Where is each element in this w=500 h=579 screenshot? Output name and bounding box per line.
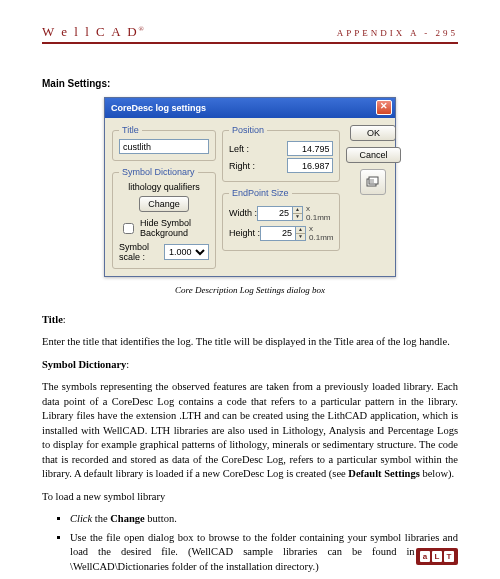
title-paragraph: Enter the title that identifies the log.… <box>42 335 458 349</box>
symdict-legend: Symbol Dictionary <box>119 167 198 177</box>
logo: W e l l C A D® <box>42 24 146 40</box>
title-legend: Title <box>119 125 142 135</box>
title-input[interactable] <box>119 139 209 154</box>
width-input[interactable] <box>257 206 293 221</box>
endpoint-legend: EndPoint Size <box>229 188 292 198</box>
dialog-figure: CoreDesc log settings ✕ Title Symbol Dic… <box>42 97 458 277</box>
load-intro: To load a new symbol library <box>42 490 458 504</box>
gear-icon <box>365 174 381 190</box>
lith-qualifiers-text: lithology qualifiers <box>119 181 209 196</box>
hide-background-checkbox[interactable] <box>123 223 134 234</box>
symdict-subheading: Symbol Dictionary: <box>42 358 458 372</box>
symdict-paragraph: The symbols representing the observed fe… <box>42 380 458 481</box>
endpoint-fieldset: EndPoint Size Width : ▲▼ x 0.1mm Height … <box>222 188 340 251</box>
figure-caption: Core Description Log Settings dialog box <box>42 285 458 295</box>
right-label: Right : <box>229 161 255 171</box>
ok-button[interactable]: OK <box>350 125 396 141</box>
height-input[interactable] <box>260 226 296 241</box>
height-unit: x 0.1mm <box>309 224 333 242</box>
right-input[interactable] <box>287 158 333 173</box>
hide-bg-row[interactable]: Hide Symbol Background <box>119 218 209 238</box>
cancel-button[interactable]: Cancel <box>346 147 400 163</box>
height-label: Height : <box>229 228 260 238</box>
header-page-ref: APPENDIX A - 295 <box>337 28 458 38</box>
close-icon[interactable]: ✕ <box>376 100 392 115</box>
position-legend: Position <box>229 125 267 135</box>
scale-label: Symbol scale : <box>119 242 160 262</box>
dialog-title: CoreDesc log settings <box>111 103 206 113</box>
footer-logo: aLT <box>416 548 458 565</box>
width-spinner[interactable]: ▲▼ <box>293 206 303 221</box>
symbol-dictionary-fieldset: Symbol Dictionary lithology qualifiers C… <box>112 167 216 269</box>
main-settings-heading: Main Settings: <box>42 78 458 89</box>
coredesc-dialog: CoreDesc log settings ✕ Title Symbol Dic… <box>104 97 396 277</box>
settings-icon[interactable] <box>360 169 386 195</box>
title-fieldset: Title <box>112 125 216 161</box>
position-fieldset: Position Left : Right : <box>222 125 340 182</box>
dialog-titlebar: CoreDesc log settings ✕ <box>105 98 395 118</box>
left-label: Left : <box>229 144 249 154</box>
list-item: Click the Change button. <box>70 512 458 526</box>
page-header: W e l l C A D® APPENDIX A - 295 <box>42 24 458 44</box>
title-subheading: Title: <box>42 313 458 327</box>
width-unit: x 0.1mm <box>306 204 333 222</box>
width-label: Width : <box>229 208 257 218</box>
list-item: Use the file open dialog box to browse t… <box>70 531 458 574</box>
left-input[interactable] <box>287 141 333 156</box>
change-button[interactable]: Change <box>139 196 189 212</box>
scale-select[interactable]: 1.000 <box>164 244 209 260</box>
height-spinner[interactable]: ▲▼ <box>296 226 306 241</box>
hide-background-label: Hide Symbol Background <box>140 218 209 238</box>
bullet-list: Click the Change button. Use the file op… <box>56 512 458 574</box>
